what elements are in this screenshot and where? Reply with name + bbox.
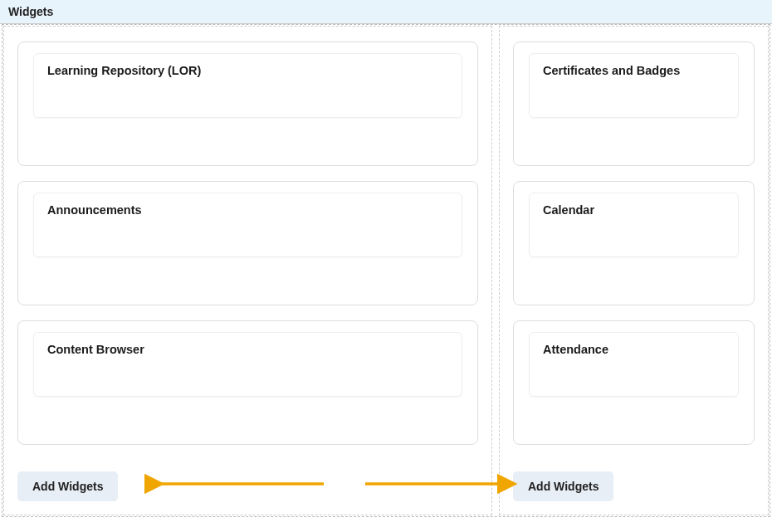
- widget-inner: Attendance: [529, 332, 739, 397]
- section-title: Widgets: [8, 5, 53, 18]
- widget-card[interactable]: Learning Repository (LOR): [17, 41, 478, 166]
- widget-card[interactable]: Certificates and Badges: [513, 41, 755, 166]
- widget-inner: Certificates and Badges: [529, 53, 739, 118]
- widget-card[interactable]: Calendar: [513, 181, 755, 305]
- widget-inner: Learning Repository (LOR): [33, 53, 462, 118]
- widgets-layout: Learning Repository (LOR) Announcements …: [2, 24, 770, 517]
- add-widgets-label: Add Widgets: [32, 480, 103, 493]
- widgets-section-header: Widgets: [0, 0, 772, 24]
- widget-title: Content Browser: [47, 343, 448, 356]
- widget-card[interactable]: Content Browser: [17, 320, 478, 445]
- widget-title: Announcements: [47, 203, 448, 217]
- widget-title: Certificates and Badges: [543, 64, 725, 77]
- widget-card[interactable]: Announcements: [17, 181, 478, 305]
- add-widgets-button[interactable]: Add Widgets: [17, 471, 118, 501]
- widget-inner: Content Browser: [33, 332, 462, 397]
- widgets-column-left[interactable]: Learning Repository (LOR) Announcements …: [3, 26, 492, 515]
- widget-inner: Calendar: [529, 193, 739, 257]
- widget-title: Attendance: [543, 343, 725, 356]
- widgets-column-right[interactable]: Certificates and Badges Calendar Attenda…: [499, 26, 769, 515]
- add-widgets-label: Add Widgets: [528, 480, 599, 493]
- add-widgets-button[interactable]: Add Widgets: [513, 471, 613, 501]
- widget-card[interactable]: Attendance: [513, 320, 755, 445]
- widget-inner: Announcements: [33, 193, 462, 257]
- widget-title: Learning Repository (LOR): [47, 64, 448, 77]
- widget-title: Calendar: [543, 203, 725, 217]
